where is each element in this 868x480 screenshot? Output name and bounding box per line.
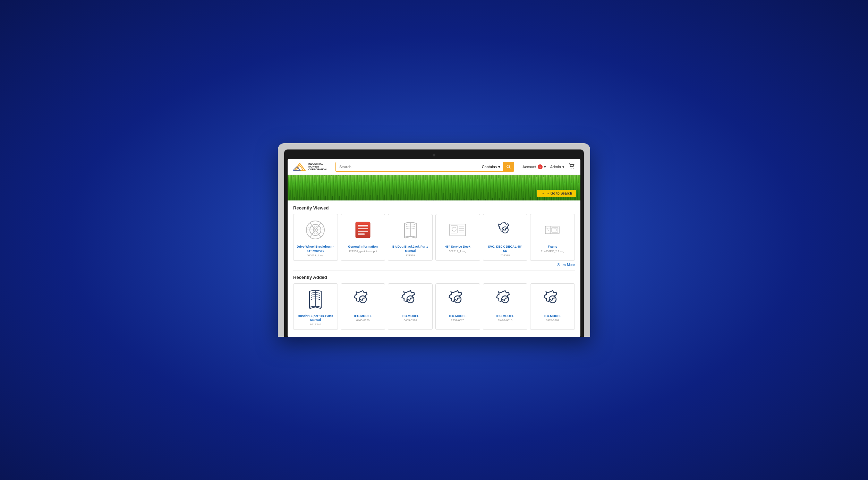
cart-button[interactable] bbox=[569, 163, 575, 170]
hero-banner: → → Go to Search bbox=[288, 175, 580, 200]
account-chevron-icon: ▾ bbox=[544, 165, 546, 169]
search-input[interactable] bbox=[335, 162, 479, 172]
account-badge: 1 bbox=[538, 164, 543, 169]
recently-added-sub-0: A117246 bbox=[310, 323, 321, 326]
svg-rect-17 bbox=[358, 231, 368, 232]
iec-gear-icon-5 bbox=[541, 287, 565, 311]
svg-rect-27 bbox=[545, 226, 559, 234]
recently-added-sub-4: 9W02-0010 bbox=[498, 319, 512, 322]
laptop-camera bbox=[433, 154, 435, 156]
svg-point-25 bbox=[452, 227, 456, 231]
svg-point-5 bbox=[571, 168, 571, 169]
chevron-down-icon: ▾ bbox=[498, 165, 500, 169]
recently-added-label-3: IEC-MODEL bbox=[449, 314, 467, 318]
hustler-book-icon bbox=[303, 287, 327, 311]
general-info-icon bbox=[351, 218, 375, 242]
svc-deck-icon bbox=[493, 218, 517, 242]
main-content: Recently Viewed bbox=[288, 200, 580, 337]
search-button[interactable] bbox=[503, 162, 514, 172]
recently-added-cards: Hustler Super 104 Parts Manual A117246 I… bbox=[293, 283, 575, 330]
iec-gear-icon-2 bbox=[398, 287, 423, 311]
recently-viewed-card-5[interactable]: Frame 114659EX_2.2.svg bbox=[530, 214, 575, 260]
recently-added-sub-3: 2257-0020 bbox=[451, 319, 464, 322]
logo-icon bbox=[293, 162, 306, 172]
search-area: Contains ▾ bbox=[335, 162, 514, 172]
header: INDUSTRIAL MOWING CORPORATION Contains ▾ bbox=[288, 159, 580, 175]
svg-rect-15 bbox=[358, 225, 368, 226]
svg-point-6 bbox=[573, 168, 573, 169]
card-sub-3: 552812_1.svg bbox=[449, 250, 466, 253]
iec-gear-icon-3 bbox=[445, 287, 470, 311]
recently-viewed-title: Recently Viewed bbox=[293, 205, 575, 211]
card-sub-4: 552598 bbox=[501, 254, 510, 257]
recently-viewed-card-0[interactable]: Drive Wheel Breakdown - 48" Mowers 60503… bbox=[293, 214, 338, 260]
recently-added-card-3[interactable]: IEC-MODEL 2257-0020 bbox=[435, 283, 480, 330]
svg-rect-14 bbox=[356, 222, 370, 238]
admin-chevron-icon: ▾ bbox=[562, 165, 564, 169]
recently-added-card-0[interactable]: Hustler Super 104 Parts Manual A117246 bbox=[293, 283, 338, 330]
card-label-4: SVC, DECK DECAL 48" SD bbox=[486, 245, 525, 253]
recently-viewed-card-1[interactable]: General Information 121538_geninfo-ns.pd… bbox=[341, 214, 385, 260]
card-sub-2: 121538 bbox=[406, 254, 415, 257]
section-divider bbox=[293, 270, 575, 271]
show-more-button[interactable]: Show More bbox=[293, 263, 575, 267]
recently-added-label-5: IEC-MODEL bbox=[544, 314, 561, 318]
recently-added-card-1[interactable]: IEC-MODEL 0465-0329 bbox=[341, 283, 385, 330]
filter-label: Contains bbox=[482, 165, 497, 169]
recently-added-card-5[interactable]: IEC-MODEL 0978-0384 bbox=[530, 283, 575, 330]
card-sub-1: 121538_geninfo-ns.pdf bbox=[349, 250, 377, 253]
recently-added-sub-2: 0465-0328 bbox=[404, 319, 417, 322]
bigdog-book-icon bbox=[398, 218, 423, 242]
recently-viewed-card-3[interactable]: 48" Service Deck 552812_1.svg bbox=[435, 214, 480, 260]
goto-search-button[interactable]: → → Go to Search bbox=[537, 190, 576, 197]
recently-added-title: Recently Added bbox=[293, 275, 575, 280]
drive-wheel-icon bbox=[303, 218, 327, 242]
logo: INDUSTRIAL MOWING CORPORATION bbox=[293, 162, 331, 172]
frame-icon bbox=[541, 218, 565, 242]
cart-icon bbox=[569, 163, 575, 169]
card-label-0: Drive Wheel Breakdown - 48" Mowers bbox=[296, 245, 335, 253]
svg-rect-16 bbox=[358, 228, 368, 229]
svg-rect-30 bbox=[552, 228, 558, 232]
card-label-1: General Information bbox=[348, 245, 378, 249]
logo-text: INDUSTRIAL MOWING CORPORATION bbox=[308, 163, 326, 171]
card-label-3: 48" Service Deck bbox=[445, 245, 470, 249]
card-sub-5: 114659EX_2.2.svg bbox=[541, 250, 564, 253]
recently-viewed-cards: Drive Wheel Breakdown - 48" Mowers 60503… bbox=[293, 214, 575, 260]
recently-added-label-1: IEC-MODEL bbox=[354, 314, 372, 318]
recently-added-label-2: IEC-MODEL bbox=[401, 314, 419, 318]
recently-viewed-card-4[interactable]: SVC, DECK DECAL 48" SD 552598 bbox=[483, 214, 528, 260]
recently-viewed-card-2[interactable]: BigDog BlackJack Parts Manual 121538 bbox=[388, 214, 433, 260]
recently-added-card-2[interactable]: IEC-MODEL 0465-0328 bbox=[388, 283, 433, 330]
svg-line-4 bbox=[509, 168, 510, 169]
service-deck-icon bbox=[445, 218, 470, 242]
recently-added-label-0: Hustler Super 104 Parts Manual bbox=[296, 314, 335, 322]
recently-added-sub-1: 0465-0329 bbox=[356, 319, 369, 322]
goto-search-arrow-icon: → bbox=[541, 191, 545, 195]
recently-added-sub-5: 0978-0384 bbox=[546, 319, 559, 322]
card-label-5: Frame bbox=[548, 245, 557, 249]
svg-point-3 bbox=[507, 165, 510, 168]
iec-gear-icon-4 bbox=[493, 287, 517, 311]
hero-grass-bg bbox=[288, 175, 580, 200]
svg-marker-0 bbox=[295, 163, 305, 170]
card-label-2: BigDog BlackJack Parts Manual bbox=[391, 245, 429, 253]
recently-added-label-4: IEC-MODEL bbox=[496, 314, 514, 318]
admin-button[interactable]: Admin ▾ bbox=[550, 165, 564, 169]
svg-rect-18 bbox=[358, 233, 365, 235]
svg-line-31 bbox=[547, 228, 550, 232]
recently-added-card-4[interactable]: IEC-MODEL 9W02-0010 bbox=[483, 283, 528, 330]
header-right: Account 1 ▾ Admin ▾ bbox=[522, 163, 575, 170]
card-sub-0: 605033_1.svg bbox=[307, 254, 324, 257]
admin-label: Admin bbox=[550, 165, 561, 169]
search-filter-dropdown[interactable]: Contains ▾ bbox=[479, 162, 503, 172]
search-icon bbox=[507, 165, 511, 169]
account-label: Account bbox=[522, 165, 536, 169]
iec-gear-icon-1 bbox=[351, 287, 375, 311]
account-button[interactable]: Account 1 ▾ bbox=[522, 164, 546, 169]
goto-search-label: → Go to Search bbox=[546, 191, 572, 195]
